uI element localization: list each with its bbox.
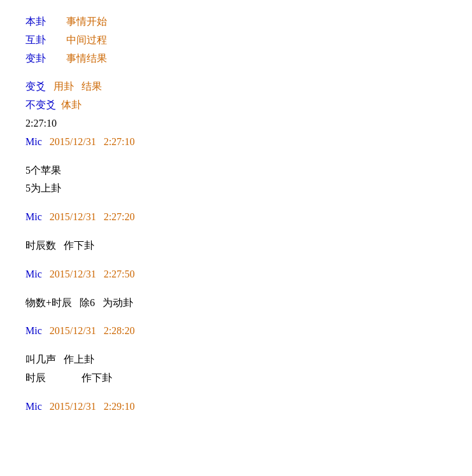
line: Mic 2015/12/31 2:27:10 [25, 133, 447, 151]
text-blue: Mic [25, 211, 42, 222]
text-normal: 作下卦 [82, 372, 112, 383]
spacer [25, 390, 447, 398]
line: 2:27:10 [25, 115, 447, 133]
text-normal [46, 372, 82, 383]
text-normal [46, 34, 66, 45]
line: 互卦 中间过程 [25, 31, 447, 50]
section-section9: 叫几声 作上卦时辰 作下卦 [25, 351, 447, 388]
section-section4: Mic 2015/12/31 2:27:20 [25, 208, 447, 227]
text-blue: 变卦 [25, 53, 46, 64]
text-blue: 本卦 [25, 16, 46, 27]
text-normal: 时辰数 [25, 240, 56, 251]
line: 物数+时辰 除6 为动卦 [25, 294, 447, 312]
text-normal: 为动卦 [103, 297, 133, 308]
line: 5为上卦 [25, 179, 447, 198]
text-normal: 2:27:10 [25, 118, 57, 129]
text-normal: 叫几声 [25, 354, 56, 365]
line: 变爻 用卦 结果 [25, 78, 447, 96]
text-normal: 时辰 [25, 372, 46, 383]
spacer [25, 258, 447, 265]
text-blue: 互卦 [25, 34, 46, 45]
text-normal: 5为上卦 [25, 183, 61, 193]
line: 5个苹果 [25, 162, 447, 180]
text-orange: 用卦 [54, 81, 74, 92]
line: 时辰 作下卦 [25, 369, 447, 388]
text-normal [46, 53, 66, 64]
section-section8: Mic 2015/12/31 2:28:20 [25, 322, 447, 340]
line: 变卦 事情结果 [25, 50, 447, 68]
text-orange: 体卦 [61, 99, 82, 110]
text-orange: 结果 [82, 81, 102, 92]
text-normal: 5个苹果 [25, 165, 61, 176]
section-section1: 本卦 事情开始互卦 中间过程变卦 事情结果 [25, 13, 447, 67]
text-normal: 除6 [80, 297, 95, 308]
section-section5: 时辰数 作下卦 [25, 237, 447, 255]
section-section6: Mic 2015/12/31 2:27:50 [25, 265, 447, 284]
spacer [25, 314, 447, 322]
line: Mic 2015/12/31 2:29:10 [25, 398, 447, 416]
text-normal [46, 81, 54, 92]
section-section10: Mic 2015/12/31 2:29:10 [25, 398, 447, 416]
main-content: 本卦 事情开始互卦 中间过程变卦 事情结果变爻 用卦 结果不变爻 体卦2:27:… [25, 13, 447, 416]
text-normal [74, 81, 82, 92]
line: Mic 2015/12/31 2:27:50 [25, 265, 447, 284]
text-normal [72, 297, 80, 308]
text-normal [56, 240, 64, 251]
text-blue: Mic [25, 401, 42, 412]
line: 不变爻 体卦 [25, 96, 447, 115]
text-normal [56, 354, 64, 365]
spacer [25, 343, 447, 351]
text-orange: 2015/12/31 2:27:10 [42, 136, 135, 147]
text-orange: 2015/12/31 2:27:50 [42, 269, 135, 279]
text-normal [46, 16, 66, 27]
text-blue: 不变爻 [25, 99, 56, 110]
line: 本卦 事情开始 [25, 13, 447, 31]
text-normal: 作下卦 [64, 240, 94, 251]
text-normal [95, 297, 103, 308]
text-normal: 物数+时辰 [25, 297, 72, 308]
text-orange: 2015/12/31 2:27:20 [42, 211, 135, 222]
spacer [25, 200, 447, 208]
text-orange: 中间过程 [66, 34, 107, 45]
spacer [25, 70, 447, 78]
line: Mic 2015/12/31 2:27:20 [25, 208, 447, 227]
section-section3: 5个苹果5为上卦 [25, 162, 447, 199]
text-normal [56, 99, 61, 110]
text-normal: 作上卦 [64, 354, 94, 365]
section-section7: 物数+时辰 除6 为动卦 [25, 294, 447, 312]
text-orange: 2015/12/31 2:28:20 [42, 325, 135, 336]
spacer [25, 229, 447, 237]
line: 时辰数 作下卦 [25, 237, 447, 255]
text-orange: 事情开始 [66, 16, 107, 27]
text-blue: Mic [25, 136, 42, 147]
line: 叫几声 作上卦 [25, 351, 447, 369]
text-blue: 变爻 [25, 81, 46, 92]
text-orange: 2015/12/31 2:29:10 [42, 401, 135, 412]
text-blue: Mic [25, 325, 42, 336]
spacer [25, 286, 447, 294]
text-blue: Mic [25, 269, 42, 279]
section-section2: 变爻 用卦 结果不变爻 体卦2:27:10Mic 2015/12/31 2:27… [25, 78, 447, 151]
text-orange: 事情结果 [66, 53, 107, 64]
spacer [25, 154, 447, 162]
line: Mic 2015/12/31 2:28:20 [25, 322, 447, 340]
